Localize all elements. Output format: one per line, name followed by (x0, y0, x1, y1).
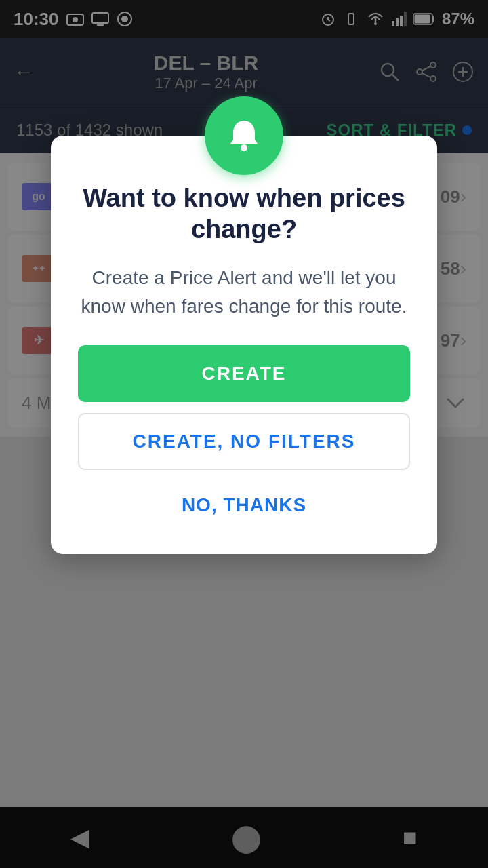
price-alert-modal: Want to know when prices change? Create … (51, 136, 437, 554)
modal-card: Want to know when prices change? Create … (51, 136, 437, 554)
no-thanks-button[interactable]: NO, THANKS (78, 481, 410, 530)
svg-point-28 (241, 144, 247, 151)
modal-bell-icon (205, 96, 283, 175)
bell-icon (225, 117, 263, 155)
modal-title: Want to know when prices change? (78, 183, 410, 245)
modal-description: Create a Price Alert and we'll let you k… (78, 264, 410, 321)
create-no-filters-button[interactable]: CREATE, NO FILTERS (78, 413, 410, 470)
create-alert-button[interactable]: CREATE (78, 345, 410, 402)
